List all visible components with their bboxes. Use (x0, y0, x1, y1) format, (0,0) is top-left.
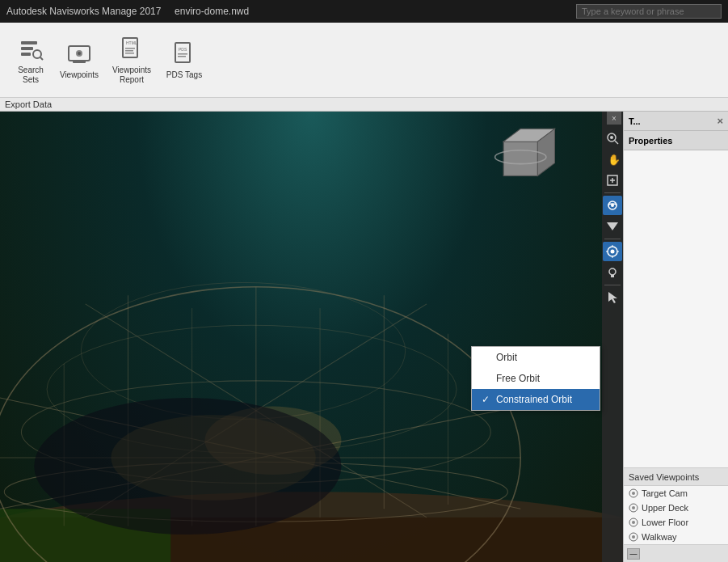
svg-rect-2 (21, 53, 31, 56)
viewpoints-report-icon: HTML (117, 35, 146, 64)
pds-tags-button[interactable]: PDS PDS Tags (160, 27, 208, 92)
svg-rect-16 (178, 53, 187, 55)
viewpoint-icon (629, 488, 638, 498)
svg-rect-1 (21, 47, 33, 50)
svg-point-40 (34, 398, 341, 535)
svg-marker-63 (608, 292, 617, 303)
minimize-button[interactable]: — (627, 548, 640, 560)
saved-viewpoints-header: Saved Viewpoints (624, 468, 728, 486)
properties-header: Properties (624, 131, 728, 150)
search-input[interactable] (576, 4, 722, 19)
search-sets-label: Search Sets (10, 65, 52, 85)
svg-point-56 (611, 250, 615, 254)
viewpoint-item-lower-floor[interactable]: Lower Floor (624, 515, 728, 530)
constrained-orbit-checkmark: ✓ (482, 394, 491, 405)
pds-tags-icon: PDS (170, 40, 199, 69)
orbit-button[interactable] (603, 196, 622, 215)
svg-text:✋: ✋ (608, 153, 619, 166)
svg-text:HTML: HTML (126, 40, 137, 45)
ribbon: Search Sets Viewpoints HTML (0, 23, 728, 112)
viewpoints-report-button[interactable]: HTML Viewpoints Report (103, 27, 160, 92)
free-orbit-option[interactable]: Free Orbit (472, 368, 600, 389)
svg-point-67 (632, 506, 635, 509)
light-button[interactable] (603, 263, 622, 282)
right-side-panels: T... × Properties Saved Viewpoints Targe… (623, 112, 728, 562)
svg-point-37 (81, 282, 405, 419)
pds-tags-label: PDS Tags (166, 70, 202, 80)
pan-button[interactable]: ✋ (603, 150, 622, 169)
orbit-dropdown-menu: Orbit Free Orbit ✓ Constrained Orbit (471, 346, 600, 411)
zoom-button[interactable] (603, 171, 622, 190)
main-content: × ✋ (0, 112, 728, 562)
svg-point-65 (632, 492, 635, 495)
viewpoints-button[interactable]: Viewpoints (55, 27, 103, 92)
svg-point-69 (632, 521, 635, 524)
svg-line-46 (615, 141, 618, 144)
t-panel-close[interactable]: × (717, 115, 723, 127)
svg-rect-0 (21, 41, 37, 44)
svg-rect-41 (503, 142, 537, 175)
svg-rect-11 (125, 48, 135, 49)
viewpoint-item-upper-deck[interactable]: Upper Deck (624, 501, 728, 515)
viewport-3d[interactable]: × ✋ (0, 112, 623, 562)
svg-point-71 (632, 535, 635, 539)
svg-point-61 (609, 268, 616, 275)
look-button[interactable] (603, 129, 622, 148)
svg-rect-17 (178, 56, 186, 57)
svg-point-53 (611, 204, 614, 207)
nav-toolbar: × ✋ (602, 112, 623, 562)
svg-line-4 (40, 57, 43, 60)
nav-close-button[interactable]: × (607, 112, 621, 125)
svg-point-7 (78, 52, 81, 55)
export-data-button[interactable]: Export Data (0, 97, 728, 111)
title-bar: Autodesk Navisworks Manage 2017 enviro-d… (0, 0, 728, 23)
viewpoint-icon (629, 503, 638, 513)
viewpoint-item-walkway[interactable]: Walkway (624, 530, 728, 544)
saved-viewpoints-section: Saved Viewpoints Target Cam Upper Deck (624, 467, 728, 562)
t-panel: T... × (624, 112, 728, 131)
search-sets-icon (16, 35, 45, 64)
svg-rect-12 (125, 50, 133, 52)
select-button[interactable] (603, 288, 622, 307)
svg-marker-54 (607, 222, 618, 230)
orbit-option[interactable]: Orbit (472, 347, 600, 368)
app-title: Autodesk Navisworks Manage 2017 enviro-d… (6, 6, 576, 17)
t-panel-tab: T... × (624, 112, 728, 131)
viewpoint-item-target-cam[interactable]: Target Cam (624, 486, 728, 501)
svg-text:PDS: PDS (179, 47, 187, 52)
svg-point-3 (33, 50, 41, 58)
properties-panel: Properties (624, 131, 728, 467)
focus-button[interactable] (603, 242, 622, 261)
svg-rect-8 (73, 61, 86, 63)
viewpoints-icon (65, 40, 94, 69)
viewpoints-label: Viewpoints (60, 70, 99, 80)
constrained-orbit-option[interactable]: ✓ Constrained Orbit (472, 389, 600, 410)
viewpoint-icon (629, 518, 638, 527)
svg-point-47 (610, 136, 613, 139)
properties-content (624, 150, 728, 467)
viewpoint-icon (629, 532, 638, 542)
svg-rect-62 (611, 275, 614, 277)
orbit-dropdown-button[interactable] (603, 217, 622, 236)
svg-rect-14 (175, 43, 190, 62)
viewpoints-report-label: Viewpoints Report (107, 65, 157, 85)
svg-rect-13 (125, 53, 134, 54)
saved-viewpoints-bottom-bar: — (624, 544, 728, 562)
search-sets-button[interactable]: Search Sets (6, 27, 55, 92)
